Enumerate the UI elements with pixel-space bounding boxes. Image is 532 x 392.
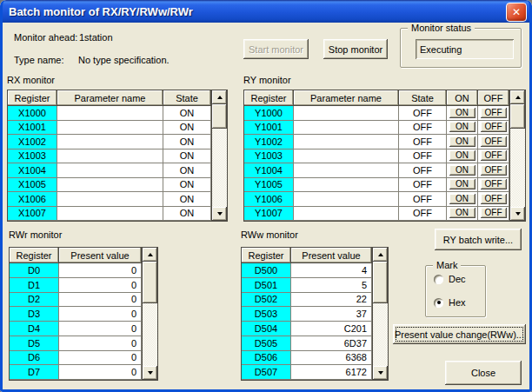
state-cell: OFF: [399, 207, 447, 222]
off-cell: OFF: [478, 121, 509, 136]
register-cell: D2: [10, 293, 59, 308]
ry-on-button[interactable]: ON: [449, 194, 475, 204]
ry-on-button[interactable]: ON: [449, 136, 475, 147]
parameter-name-cell: [57, 207, 163, 222]
rx-monitor-table: Register Parameter name State X1000 ON X…: [7, 90, 228, 222]
on-cell: ON: [447, 192, 478, 207]
table-row: X1003 ON: [8, 149, 211, 164]
table-row: X1001 ON: [8, 121, 211, 136]
ry-off-button[interactable]: OFF: [481, 194, 507, 204]
scrollbar-thumb[interactable]: [143, 262, 157, 303]
scrollbar-track[interactable]: [212, 129, 227, 207]
register-cell: D5: [10, 336, 59, 351]
ry-batch-write-button[interactable]: RY batch write...: [435, 229, 522, 250]
rww-column-header-register: Register: [242, 248, 291, 263]
scroll-down-icon[interactable]: [143, 366, 157, 380]
table-row: X1006 ON: [8, 192, 211, 207]
scrollbar-thumb[interactable]: [212, 104, 227, 129]
table-row: D6 0: [10, 351, 142, 366]
scrollbar-thumb[interactable]: [510, 104, 525, 129]
table-row: X1007 ON: [8, 207, 211, 222]
titlebar[interactable]: Batch monitor of RX/RY/RWw/RWr ✕: [0, 0, 532, 23]
scrollbar-track[interactable]: [510, 129, 525, 207]
scroll-down-icon[interactable]: [212, 207, 227, 221]
present-value-cell: 6172: [291, 365, 372, 380]
ry-off-button[interactable]: OFF: [481, 108, 507, 118]
present-value-cell: 0: [59, 278, 142, 293]
ry-off-button[interactable]: OFF: [481, 122, 507, 132]
parameter-name-cell: [294, 192, 399, 207]
scroll-down-icon[interactable]: [510, 207, 525, 221]
parameter-name-cell: [57, 106, 163, 121]
register-cell: D506: [242, 351, 291, 366]
parameter-name-cell: [57, 149, 163, 164]
ry-on-button[interactable]: ON: [449, 179, 475, 189]
scroll-up-icon[interactable]: [212, 90, 227, 104]
scroll-up-icon[interactable]: [143, 248, 157, 262]
ry-off-button[interactable]: OFF: [481, 165, 507, 176]
start-monitor-button[interactable]: Start monitor: [243, 39, 309, 59]
mark-group: Mark Dec Hex: [425, 265, 486, 317]
table-row: D7 0: [10, 365, 142, 380]
rwr-scrollbar[interactable]: [142, 248, 157, 380]
radio-dec[interactable]: Dec: [434, 274, 466, 284]
window-title: Batch monitor of RX/RY/RWw/RWr: [9, 5, 193, 18]
rwr-column-header-register: Register: [10, 248, 59, 263]
state-cell: ON: [163, 163, 211, 178]
scrollbar-track[interactable]: [143, 303, 157, 366]
register-cell: X1002: [8, 135, 57, 149]
scroll-up-icon[interactable]: [373, 248, 388, 262]
rwr-column-header-present-value: Present value: [59, 248, 142, 263]
ry-rows: Y1000 OFF ON OFF Y1001 OFF: [244, 106, 509, 221]
table-row: Y1006 OFF ON OFF: [244, 192, 509, 207]
scrollbar-track[interactable]: [373, 303, 388, 366]
ry-monitor-label: RY monitor: [243, 75, 291, 85]
ry-scrollbar[interactable]: [509, 90, 525, 221]
scroll-down-icon[interactable]: [373, 366, 388, 380]
ry-off-button[interactable]: OFF: [481, 150, 507, 161]
state-cell: ON: [163, 135, 211, 149]
rww-column-header-present-value: Present value: [291, 248, 372, 263]
table-row: Y1004 OFF ON OFF: [244, 163, 509, 178]
scrollbar-thumb[interactable]: [373, 262, 388, 303]
rx-monitor-label: RX monitor: [7, 75, 55, 85]
ry-on-button[interactable]: ON: [449, 108, 475, 118]
present-value-change-button[interactable]: Present value change(RWw)...: [393, 324, 526, 344]
table-row: D502 22: [242, 293, 372, 308]
ry-off-button[interactable]: OFF: [481, 179, 507, 189]
radio-hex[interactable]: Hex: [434, 297, 466, 308]
state-cell: OFF: [399, 135, 447, 149]
radio-hex-label: Hex: [449, 297, 466, 308]
present-value-cell: 5: [291, 278, 372, 293]
state-cell: OFF: [399, 106, 447, 121]
ry-on-button[interactable]: ON: [449, 150, 475, 161]
stop-monitor-button[interactable]: Stop monitor: [323, 39, 388, 59]
rx-column-header-parameter-name: Parameter name: [57, 90, 163, 106]
ry-off-button[interactable]: OFF: [481, 136, 507, 147]
parameter-name-cell: [57, 163, 163, 178]
table-row: X1000 ON: [8, 106, 211, 121]
table-row: D503 37: [242, 307, 372, 322]
off-cell: OFF: [478, 192, 509, 207]
present-value-cell: 4: [291, 263, 372, 278]
parameter-name-cell: [57, 178, 163, 193]
rwr-rows: D0 0 D1 0 D2 0 D3 0 D4 0: [10, 263, 142, 380]
table-row: Y1002 OFF ON OFF: [244, 135, 509, 149]
table-row: X1005 ON: [8, 178, 211, 193]
rww-monitor-table: Register Present value D500 4 D501 5 D50…: [241, 247, 389, 381]
off-cell: OFF: [478, 135, 509, 149]
close-dialog-button[interactable]: Close: [445, 361, 522, 385]
close-button[interactable]: ✕: [506, 3, 527, 22]
ry-monitor-table: Register Parameter name State ON OFF Y10…: [243, 90, 526, 222]
state-cell: ON: [163, 178, 211, 193]
scroll-up-icon[interactable]: [510, 90, 525, 104]
ry-on-button[interactable]: ON: [449, 165, 475, 176]
ry-off-button[interactable]: OFF: [481, 208, 507, 218]
on-cell: ON: [447, 178, 478, 193]
ry-on-button[interactable]: ON: [449, 208, 475, 218]
rx-scrollbar[interactable]: [211, 90, 227, 221]
register-cell: Y1004: [244, 163, 294, 178]
ry-on-button[interactable]: ON: [449, 122, 475, 132]
monitor-status-group: Monitor status Executing: [400, 28, 522, 68]
rww-scrollbar[interactable]: [372, 248, 388, 380]
